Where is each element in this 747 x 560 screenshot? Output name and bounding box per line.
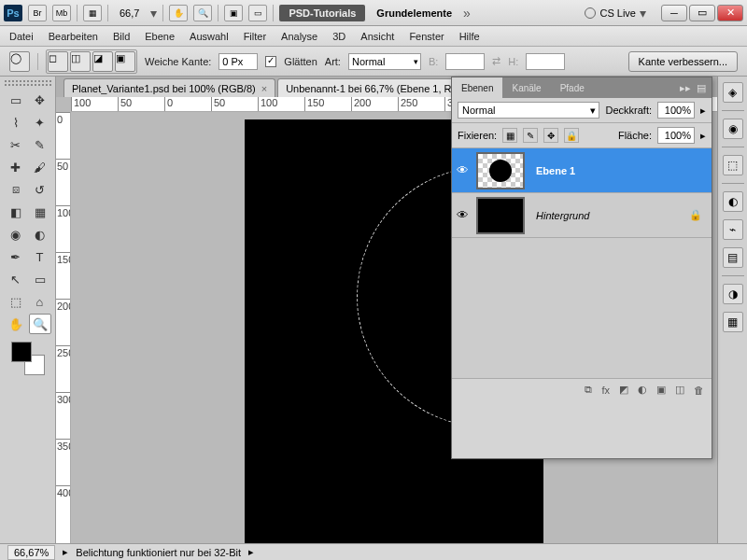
chevron-right-icon[interactable]: » (463, 6, 471, 21)
color-icon[interactable]: ◉ (723, 119, 743, 139)
grip-icon[interactable] (5, 80, 51, 86)
path-select-tool[interactable]: ↖ (5, 269, 27, 289)
menu-bearbeiten[interactable]: Bearbeiten (49, 31, 98, 42)
brush-tool[interactable]: 🖌 (29, 157, 51, 177)
layer-thumbnail[interactable] (476, 197, 525, 234)
lasso-tool[interactable]: ⌇ (5, 112, 27, 133)
tab-kanaele[interactable]: Kanäle (502, 77, 550, 98)
visibility-icon[interactable]: 👁 (452, 163, 472, 177)
chevron-right-icon[interactable]: ▸ (248, 546, 254, 558)
move-tool[interactable]: ✥ (29, 90, 51, 110)
lock-paint-icon[interactable]: ✎ (523, 128, 538, 143)
zoom-tool[interactable]: 🔍 (29, 314, 51, 334)
cs-live-button[interactable]: CS Live ▾ (581, 6, 650, 21)
type-tool[interactable]: T (29, 246, 51, 267)
crop-tool[interactable]: ✂ (5, 134, 27, 155)
sub-selection-icon[interactable]: ◪ (92, 51, 113, 72)
close-button[interactable]: ✕ (717, 5, 743, 21)
pen-tool[interactable]: ✒ (5, 246, 27, 267)
menu-filter[interactable]: Filter (244, 31, 266, 42)
paths-icon[interactable]: ⌁ (723, 219, 743, 240)
3d-camera-tool[interactable]: ⌂ (29, 291, 51, 312)
layer-row[interactable]: 👁 Hintergrund 🔒 (452, 193, 712, 238)
menu-3d[interactable]: 3D (332, 31, 345, 42)
zoom-level[interactable]: 66,7 (114, 7, 145, 19)
layer-name[interactable]: Hintergrund (529, 210, 680, 221)
color-swatches[interactable] (11, 342, 45, 375)
shape-tool[interactable]: ▭ (29, 269, 51, 289)
stamp-tool[interactable]: ⧇ (5, 179, 27, 200)
fx-icon[interactable]: fx (601, 385, 610, 396)
blur-tool[interactable]: ◉ (5, 224, 27, 245)
panel-menu-icon[interactable]: ▤ (697, 82, 706, 94)
tab-ebenen[interactable]: Ebenen (452, 77, 502, 98)
menu-ebene[interactable]: Ebene (145, 31, 175, 42)
eyedropper-tool[interactable]: ✎ (29, 134, 51, 155)
heal-tool[interactable]: ✚ (5, 157, 27, 177)
workspace-alt[interactable]: Grundelemente (371, 7, 458, 19)
adjust-icon[interactable]: ◐ (723, 191, 743, 212)
visibility-icon[interactable]: 👁 (452, 208, 472, 222)
intersect-selection-icon[interactable]: ▣ (115, 51, 135, 72)
menu-fenster[interactable]: Fenster (409, 31, 444, 42)
chevron-right-icon[interactable]: ▸ (700, 130, 706, 142)
hand-icon[interactable]: ✋ (169, 5, 188, 21)
chevron-right-icon[interactable]: ▸ (63, 546, 68, 558)
workspace-selector[interactable]: PSD-Tutorials (279, 5, 365, 21)
dodge-tool[interactable]: ◐ (29, 224, 51, 245)
tool-preset-icon[interactable]: ◯ (9, 51, 30, 72)
menu-ansicht[interactable]: Ansicht (360, 31, 394, 42)
eraser-tool[interactable]: ◧ (5, 202, 27, 222)
minibridge-icon[interactable]: Mb (52, 5, 71, 21)
chevron-down-icon[interactable]: ▾ (150, 6, 157, 21)
bridge-icon[interactable]: Br (28, 5, 47, 21)
layer-row[interactable]: 👁 Ebene 1 (452, 148, 712, 193)
swatch-icon[interactable]: ▦ (723, 312, 743, 332)
history-brush-tool[interactable]: ↺ (29, 179, 51, 200)
add-selection-icon[interactable]: ◫ (70, 51, 91, 72)
link-icon[interactable]: ⧉ (585, 384, 592, 396)
group-icon[interactable]: ▣ (656, 384, 666, 396)
new-selection-icon[interactable]: ◻ (48, 51, 68, 72)
layers-icon[interactable]: ◈ (723, 82, 743, 103)
menu-auswahl[interactable]: Auswahl (190, 31, 229, 42)
lock-position-icon[interactable]: ✥ (543, 128, 558, 143)
zoom-icon[interactable]: 🔍 (193, 5, 212, 21)
view-extras-icon[interactable]: ▦ (83, 5, 102, 21)
close-icon[interactable]: × (261, 83, 267, 94)
bw-icon[interactable]: ◑ (723, 284, 743, 304)
lock-transparency-icon[interactable]: ▦ (502, 128, 517, 143)
hand-tool[interactable]: ✋ (5, 314, 27, 334)
layer-name[interactable]: Ebene 1 (529, 165, 712, 176)
actions-icon[interactable]: ▤ (723, 247, 743, 268)
menu-hilfe[interactable]: Hilfe (459, 31, 480, 42)
fill-input[interactable]: 100% (657, 127, 695, 144)
adjustment-icon[interactable]: ◐ (638, 384, 647, 396)
lock-all-icon[interactable]: 🔒 (564, 128, 579, 143)
refine-edge-button[interactable]: Kante verbessern... (628, 51, 738, 72)
menu-bild[interactable]: Bild (113, 31, 130, 42)
feather-input[interactable]: 0 Px (218, 53, 258, 70)
gradient-tool[interactable]: ▦ (29, 202, 51, 222)
maximize-button[interactable]: ▭ (689, 5, 715, 21)
menu-datei[interactable]: Datei (9, 31, 34, 42)
mask-icon[interactable]: ◩ (619, 384, 628, 396)
style-select[interactable]: Normal (348, 53, 421, 70)
opacity-input[interactable]: 100% (657, 102, 695, 119)
blend-mode-select[interactable]: Normal (458, 102, 599, 119)
transform-icon[interactable]: ⬚ (723, 155, 743, 175)
chevron-right-icon[interactable]: ▸ (700, 105, 706, 117)
flyout-icon[interactable]: ▸▸ (680, 82, 691, 94)
antialias-checkbox[interactable] (265, 56, 276, 67)
status-zoom[interactable]: 66,67% (7, 545, 55, 560)
wand-tool[interactable]: ✦ (29, 112, 51, 133)
layer-thumbnail[interactable] (476, 152, 525, 189)
minimize-button[interactable]: ─ (661, 5, 687, 21)
trash-icon[interactable]: 🗑 (694, 385, 704, 396)
new-layer-icon[interactable]: ◫ (675, 384, 684, 396)
menu-analyse[interactable]: Analyse (281, 31, 317, 42)
arrange-icon[interactable]: ▣ (224, 5, 243, 21)
screenmode-icon[interactable]: ▭ (248, 5, 267, 21)
document-tab-1[interactable]: Planet_Variante1.psd bei 100% (RGB/8) × (63, 78, 275, 97)
3d-tool[interactable]: ⬚ (5, 291, 27, 312)
